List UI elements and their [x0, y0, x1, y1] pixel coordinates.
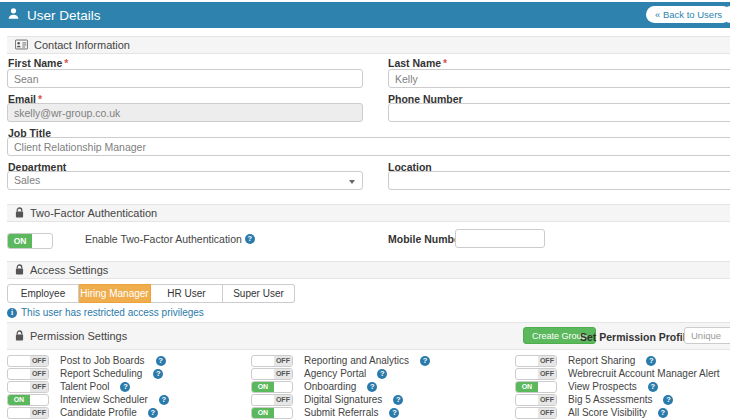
permission-label: All Score Visibility — [568, 407, 647, 418]
help-icon[interactable]: ? — [377, 369, 387, 379]
permission-label: Report Sharing — [568, 355, 635, 366]
permission-toggle[interactable]: OFF — [7, 381, 49, 393]
permission-label: Post to Job Boards — [60, 355, 145, 366]
department-select[interactable]: Sales — [7, 171, 363, 190]
access-tab-employee[interactable]: Employee — [7, 284, 79, 303]
permission-label: Talent Pool — [60, 381, 109, 392]
permission-toggle[interactable]: OFF — [515, 407, 557, 419]
access-settings-section-header: Access Settings — [7, 261, 730, 279]
help-icon[interactable]: ? — [389, 408, 399, 418]
permission-toggle[interactable]: OFF — [7, 355, 49, 367]
permission-column-2: OFFReporting and Analytics?OFFAgency Por… — [251, 354, 515, 420]
help-icon[interactable]: ? — [153, 369, 163, 379]
department-value: Sales — [14, 174, 40, 186]
first-name-label: First Name* — [8, 57, 68, 69]
profile-group-value: Unique — [691, 330, 721, 341]
info-icon: i — [7, 308, 17, 318]
permission-toggle[interactable]: ON — [7, 394, 49, 406]
help-icon[interactable]: ? — [367, 382, 377, 392]
access-tab-hr-user[interactable]: HR User — [151, 284, 223, 303]
help-icon[interactable]: ? — [420, 356, 430, 366]
permission-row: ONSubmit Referrals? — [251, 406, 515, 419]
permission-toggle[interactable]: OFF — [515, 355, 557, 367]
page-title: User Details — [27, 8, 101, 23]
contact-information-section-header: Contact Information — [7, 36, 730, 54]
permission-label: Candidate Profile — [60, 407, 137, 418]
help-icon[interactable]: ? — [245, 234, 255, 244]
permission-toggle[interactable]: OFF — [7, 368, 49, 380]
help-icon[interactable]: ? — [648, 382, 658, 392]
restricted-access-note: i This user has restricted access privil… — [7, 307, 204, 318]
permission-grid: OFFPost to Job Boards?OFFReport Scheduli… — [7, 354, 730, 420]
chevron-down-icon — [349, 180, 355, 184]
access-settings-title: Access Settings — [30, 264, 108, 276]
permission-toggle[interactable]: OFF — [7, 407, 49, 419]
help-icon[interactable]: ? — [156, 356, 166, 366]
two-factor-section-header: Two-Factor Authentication — [7, 204, 730, 222]
access-tab-hiring-manager[interactable]: Hiring Manager — [79, 284, 151, 303]
email-input[interactable] — [7, 103, 363, 122]
permission-row: OFFReporting and Analytics? — [251, 354, 515, 367]
permission-toggle[interactable]: OFF — [251, 394, 293, 406]
permission-toggle[interactable]: OFF — [515, 394, 557, 406]
help-icon[interactable]: ? — [663, 395, 673, 405]
lock-icon — [15, 207, 24, 220]
contact-information-title: Contact Information — [34, 39, 130, 51]
back-to-users-button[interactable]: « Back to Users — [646, 6, 730, 23]
permission-toggle[interactable]: ON — [515, 381, 557, 393]
permission-row: OFFAll Score Visibility? — [515, 406, 730, 419]
help-icon[interactable]: ? — [148, 408, 158, 418]
permission-label: Digital Signatures — [304, 394, 382, 405]
permission-label: Submit Referrals — [304, 407, 378, 418]
access-tabs: EmployeeHiring ManagerHR UserSuper User — [7, 284, 295, 303]
permission-toggle[interactable]: ON — [251, 381, 293, 393]
lock-icon — [15, 330, 24, 343]
two-factor-title: Two-Factor Authentication — [30, 207, 157, 219]
location-input[interactable] — [388, 171, 730, 190]
access-tab-super-user[interactable]: Super User — [223, 284, 295, 303]
permission-row: OFFDigital Signatures? — [251, 393, 515, 406]
permission-row: ONInterview Scheduler? — [7, 393, 251, 406]
profile-group-select[interactable]: Unique — [684, 327, 730, 344]
first-name-input[interactable] — [7, 69, 363, 88]
help-icon[interactable]: ? — [658, 408, 668, 418]
permission-row: ONOnboarding? — [251, 380, 515, 393]
back-button-label: « Back to Users — [655, 9, 722, 20]
page-header: User Details — [0, 2, 730, 28]
permission-toggle[interactable]: OFF — [251, 368, 293, 380]
help-icon[interactable]: ? — [646, 356, 656, 366]
job-title-input[interactable] — [7, 137, 730, 156]
permission-row: OFFTalent Pool? — [7, 380, 251, 393]
permission-label: Agency Portal — [304, 368, 366, 379]
permission-toggle[interactable]: OFF — [515, 368, 557, 380]
two-factor-toggle-label: Enable Two-Factor Authentication ? — [85, 233, 255, 245]
contact-card-icon — [15, 39, 28, 52]
permission-row: OFFAgency Portal? — [251, 367, 515, 380]
two-factor-toggle-slot: ON — [7, 230, 53, 249]
permission-label: Reporting and Analytics — [304, 355, 409, 366]
mobile-number-input[interactable] — [455, 229, 545, 248]
permission-toggle[interactable]: ON — [251, 407, 293, 419]
permission-label: Big 5 Assessments — [568, 394, 652, 405]
last-name-label: Last Name* — [388, 57, 447, 69]
help-icon[interactable]: ? — [120, 382, 130, 392]
permission-row: OFFReport Sharing? — [515, 354, 730, 367]
permission-row: OFFWebrecruit Account Manager Alert? — [515, 367, 730, 380]
user-details-page: User Details « Back to Users Deactivate … — [0, 0, 730, 420]
permission-label: Onboarding — [304, 381, 356, 392]
help-icon[interactable]: ? — [159, 395, 169, 405]
permission-row: OFFReport Scheduling? — [7, 367, 251, 380]
phone-number-input[interactable] — [388, 103, 730, 122]
permission-settings-title: Permission Settings — [30, 330, 127, 342]
permission-label: Report Scheduling — [60, 368, 142, 379]
permission-column-3: OFFReport Sharing?OFFWebrecruit Account … — [515, 354, 730, 420]
help-icon[interactable]: ? — [393, 395, 403, 405]
permission-row: ONView Prospects? — [515, 380, 730, 393]
permission-label: Interview Scheduler — [60, 394, 148, 405]
last-name-input[interactable] — [388, 69, 730, 88]
mobile-number-label: Mobile Number — [388, 233, 464, 245]
permission-row: OFFPost to Job Boards? — [7, 354, 251, 367]
permission-row: OFFBig 5 Assessments? — [515, 393, 730, 406]
two-factor-toggle[interactable]: ON — [7, 233, 53, 249]
permission-toggle[interactable]: OFF — [251, 355, 293, 367]
